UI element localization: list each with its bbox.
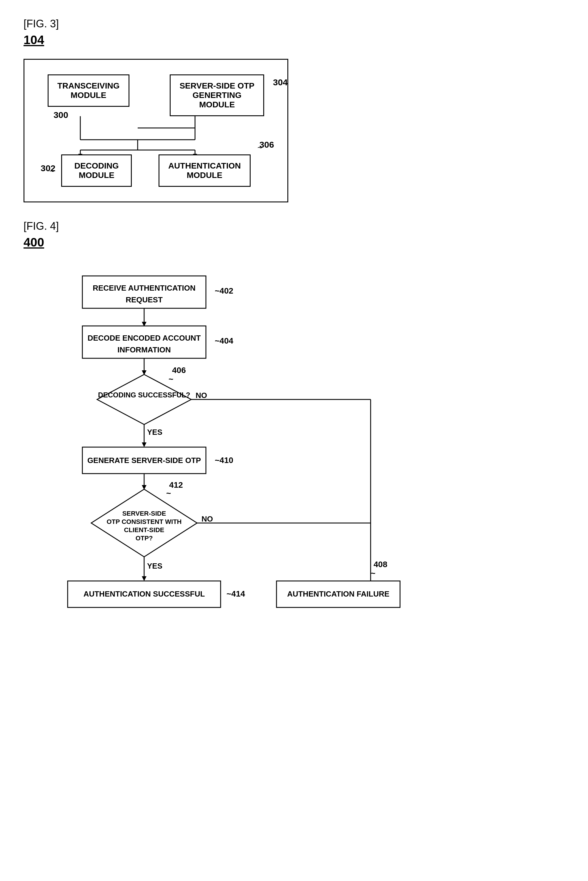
svg-text:412: 412	[169, 480, 183, 490]
svg-text:~404: ~404	[215, 336, 233, 345]
svg-text:~414: ~414	[226, 589, 245, 598]
svg-text:NO: NO	[196, 391, 207, 400]
svg-text:REQUEST: REQUEST	[126, 295, 163, 304]
fig4-ref-number: 400	[24, 235, 44, 249]
svg-text:~: ~	[168, 375, 173, 384]
svg-text:OTP CONSISTENT WITH: OTP CONSISTENT WITH	[106, 518, 182, 525]
decoding-module-box: DECODING MODULE	[61, 154, 132, 187]
fig4-label: [FIG. 4]	[24, 220, 564, 232]
svg-text:GENERATE SERVER-SIDE OTP: GENERATE SERVER-SIDE OTP	[87, 456, 201, 465]
svg-text:~402: ~402	[215, 286, 233, 295]
svg-text:CLIENT-SIDE: CLIENT-SIDE	[124, 526, 164, 533]
fig3-label: [FIG. 3]	[24, 18, 564, 30]
authentication-module-box: AUTHENTICATION MODULE	[159, 154, 250, 187]
svg-text:OTP?: OTP?	[136, 535, 153, 542]
svg-text:DECODING SUCCESSFUL?: DECODING SUCCESSFUL?	[98, 391, 190, 399]
svg-text:YES: YES	[147, 428, 162, 436]
svg-text:RECEIVE AUTHENTICATION: RECEIVE AUTHENTICATION	[93, 283, 196, 292]
svg-text:AUTHENTICATION FAILURE: AUTHENTICATION FAILURE	[287, 589, 390, 598]
svg-text:SERVER-SIDE: SERVER-SIDE	[122, 510, 166, 517]
svg-marker-31	[142, 442, 147, 447]
svg-text:~: ~	[166, 488, 171, 498]
ref-300: 300	[54, 110, 68, 120]
svg-text:YES: YES	[147, 562, 162, 570]
svg-text:~: ~	[370, 569, 375, 578]
svg-text:408: 408	[374, 560, 387, 569]
ref-304: 304	[273, 77, 288, 87]
svg-marker-26	[97, 375, 191, 424]
fig3-ref-number: 104	[24, 33, 44, 47]
svg-text:~410: ~410	[215, 455, 233, 465]
svg-text:AUTHENTICATION SUCCESSFUL: AUTHENTICATION SUCCESSFUL	[84, 589, 205, 598]
svg-text:INFORMATION: INFORMATION	[117, 345, 171, 354]
svg-text:DECODE ENCODED ACCOUNT: DECODE ENCODED ACCOUNT	[88, 334, 201, 342]
svg-text:406: 406	[172, 366, 186, 375]
transceiving-module-box: TRANSCEIVING MODULE	[48, 75, 129, 107]
server-otp-module-box: SERVER-SIDE OTP GENERTING MODULE	[170, 75, 264, 116]
fig3-container: TRANSCEIVING MODULE 300 SERVER-SIDE OTP …	[24, 59, 288, 202]
svg-marker-47	[142, 576, 147, 581]
svg-text:NO: NO	[201, 514, 213, 523]
